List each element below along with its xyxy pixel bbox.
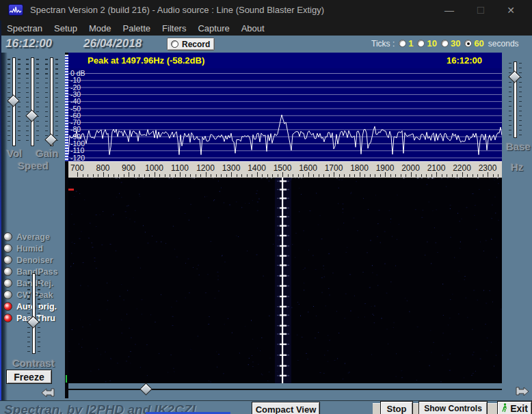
freq-tick xyxy=(329,174,330,177)
vol-slider[interactable] xyxy=(8,57,21,146)
toggle-average[interactable]: Average xyxy=(3,231,65,243)
speed-slider[interactable] xyxy=(26,57,39,146)
freeze-button[interactable]: Freeze xyxy=(6,370,52,384)
freq-tick xyxy=(293,174,293,177)
pan-right-icon[interactable] xyxy=(514,386,529,400)
spectrum-trace xyxy=(68,115,502,155)
scroll-thumb[interactable] xyxy=(139,383,152,395)
freq-tick xyxy=(323,174,324,177)
radio-icon xyxy=(441,40,449,47)
ticks-radio-10[interactable]: 10 xyxy=(417,38,436,49)
freq-tick xyxy=(77,172,78,177)
freq-tick xyxy=(436,172,437,177)
exit-label: Exit xyxy=(510,403,528,414)
freq-tick xyxy=(185,174,186,177)
freq-tick xyxy=(288,174,289,177)
freq-tick xyxy=(411,172,412,177)
freq-axis-label: 2000 xyxy=(399,163,423,173)
contrast-slider[interactable] xyxy=(27,273,40,354)
base-label: Base xyxy=(506,141,531,152)
led-icon xyxy=(3,256,12,264)
freq-axis-label: 1700 xyxy=(321,163,346,173)
freq-tick xyxy=(262,174,263,177)
gain-slider[interactable] xyxy=(45,57,58,146)
freq-tick xyxy=(308,172,309,177)
led-icon xyxy=(3,244,12,253)
freq-tick xyxy=(483,174,483,177)
slider-ticks xyxy=(55,59,58,145)
right-panel: Base Hz xyxy=(502,53,532,414)
freq-axis-label: 1500 xyxy=(270,163,295,173)
pan-left-icon[interactable] xyxy=(41,387,56,401)
frequency-scale: 7008009001000110012001300140015001600170… xyxy=(68,161,502,178)
freq-tick xyxy=(118,174,119,177)
freq-tick xyxy=(364,174,365,177)
freq-tick xyxy=(155,172,155,177)
freq-tick xyxy=(98,174,98,177)
exit-button[interactable]: Exit xyxy=(497,401,532,414)
ticks-radio-1[interactable]: 1 xyxy=(399,38,413,49)
slider-ticks xyxy=(36,59,39,145)
menu-palette[interactable]: Palette xyxy=(123,23,150,33)
frequency-scroll-slider[interactable] xyxy=(68,383,502,396)
peak-readout-bar: Peak at 1497.96Hz (-58.2dB) 16:12:00 xyxy=(68,53,502,68)
freq-tick xyxy=(139,174,139,177)
freq-tick xyxy=(370,174,371,177)
freq-tick xyxy=(200,174,201,177)
freq-tick xyxy=(170,174,170,177)
freq-tick xyxy=(477,174,478,177)
app-icon xyxy=(8,4,23,16)
freq-tick xyxy=(467,174,468,177)
close-button[interactable]: ✕ xyxy=(499,0,522,20)
control-strip: 16:12:00 26/04/2018 Record Ticks : 1 10 … xyxy=(0,36,532,53)
spectran-window: Spectran Version 2 (build 216) - Audio s… xyxy=(0,0,532,414)
toggle-humid[interactable]: Humid xyxy=(3,243,65,254)
led-icon xyxy=(3,279,12,288)
freq-tick xyxy=(216,174,217,177)
menu-filters[interactable]: Filters xyxy=(162,23,186,33)
ticks-radio-30[interactable]: 30 xyxy=(441,38,460,49)
freq-tick xyxy=(83,174,83,177)
freq-tick xyxy=(114,174,114,177)
slider-ticks xyxy=(26,59,29,145)
freq-axis-label: 800 xyxy=(91,163,116,173)
freq-tick xyxy=(380,174,381,177)
vol-label: Vol xyxy=(7,148,22,159)
freq-axis-label: 1900 xyxy=(373,163,397,173)
menu-capture[interactable]: Capture xyxy=(198,23,229,33)
record-button[interactable]: Record xyxy=(167,38,215,51)
freq-tick xyxy=(385,172,386,177)
toggle-denoiser[interactable]: Denoiser xyxy=(3,254,65,266)
minimize-button[interactable]: — xyxy=(438,0,461,20)
base-slider[interactable] xyxy=(509,61,522,138)
maximize-button[interactable]: ☐ xyxy=(469,0,492,20)
speed-label: Speed xyxy=(18,160,49,171)
ticks-radio-60[interactable]: 60 xyxy=(464,38,483,49)
freq-axis-label: 1200 xyxy=(194,163,218,173)
freq-tick xyxy=(462,172,463,177)
freq-tick xyxy=(354,174,355,177)
menu-mode[interactable]: Mode xyxy=(89,23,111,33)
radio-icon xyxy=(464,40,472,47)
scroll-track xyxy=(68,389,502,390)
freq-tick xyxy=(237,174,237,177)
stop-button[interactable]: Stop xyxy=(380,401,413,414)
freq-axis-label: 1000 xyxy=(142,163,167,173)
freq-tick xyxy=(134,174,135,177)
freq-tick xyxy=(149,174,150,177)
menu-spectran[interactable]: Spectran xyxy=(7,23,42,33)
freq-tick xyxy=(165,174,165,177)
freq-tick xyxy=(488,172,488,177)
slider-track xyxy=(32,273,36,354)
radio-icon xyxy=(399,40,406,47)
freq-tick xyxy=(401,174,401,177)
clock-display: 16:12:00 xyxy=(5,37,52,51)
compact-view-button[interactable]: Compact View xyxy=(252,402,320,414)
menu-setup[interactable]: Setup xyxy=(54,23,77,33)
freq-axis-label: 1300 xyxy=(219,163,243,173)
freq-tick xyxy=(247,174,248,177)
menu-about[interactable]: About xyxy=(241,23,265,33)
freq-tick xyxy=(93,174,94,177)
menubar: Spectran Setup Mode Palette Filters Capt… xyxy=(0,20,532,36)
show-controls-button[interactable]: Show Controls xyxy=(418,401,488,414)
